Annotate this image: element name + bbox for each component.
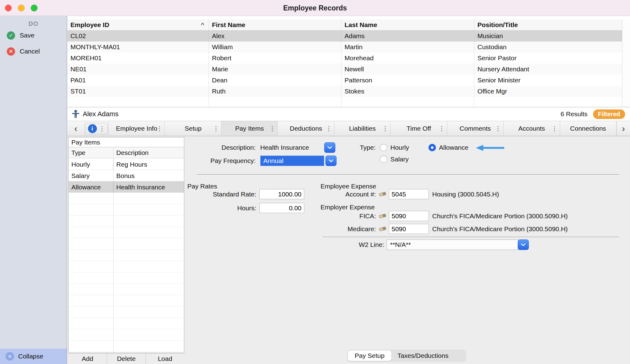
pay-frequency-label: Pay Frequency: bbox=[160, 156, 256, 166]
radio-allowance-label[interactable]: Allowance bbox=[439, 142, 469, 153]
record-bar: Alex Adams 6 Results Filtered bbox=[67, 107, 630, 121]
account-description: Housing (3000.5045.H) bbox=[432, 189, 499, 200]
radio-allowance[interactable] bbox=[429, 144, 436, 151]
account-number-input[interactable] bbox=[389, 189, 429, 199]
record-name: Alex Adams bbox=[83, 110, 118, 118]
sort-ascending-icon[interactable]: ^ bbox=[201, 19, 204, 30]
tab-deductions[interactable]: Deductions ⋮ bbox=[278, 121, 334, 136]
table-row[interactable]: CL02 Alex Adams Musician bbox=[67, 30, 630, 42]
tab-liabilities[interactable]: Liabilities ⋮ bbox=[334, 121, 391, 136]
collapse-label: Collapse bbox=[18, 353, 43, 360]
column-header-first-name[interactable]: First Name bbox=[209, 19, 341, 30]
chevron-down-icon bbox=[327, 146, 332, 149]
table-row[interactable]: ST01 Ruth Stokes Office Mgr bbox=[67, 86, 630, 97]
tab-info[interactable]: i ⋮ bbox=[85, 121, 109, 136]
description-label: Description: bbox=[160, 142, 256, 153]
pay-items-buttons: Add Delete Load bbox=[68, 353, 184, 364]
results-count: 6 Results bbox=[560, 110, 588, 118]
annotation-arrow-icon bbox=[475, 144, 505, 153]
fica-account-input[interactable] bbox=[389, 211, 429, 221]
table-row[interactable]: NE01 Marie Newell Nursery Attendant bbox=[67, 64, 630, 75]
add-button[interactable]: Add bbox=[68, 354, 107, 364]
fica-label: FICA: bbox=[328, 211, 376, 221]
description-value: Health Insurance bbox=[260, 142, 309, 153]
column-header-position[interactable]: Position/Title bbox=[474, 19, 630, 30]
person-icon bbox=[72, 110, 80, 118]
pay-items-content: Pay Items Type Description Hourly Reg Ho… bbox=[67, 136, 630, 364]
save-label: Save bbox=[20, 32, 34, 39]
tab-scroll-right-button[interactable]: › bbox=[616, 121, 630, 136]
collapse-chevrons-icon: « bbox=[6, 352, 14, 361]
table-row[interactable]: MONTHLY-MA01 William Martin Custodian bbox=[67, 42, 630, 53]
cancel-button[interactable]: ✕ Cancel bbox=[0, 43, 67, 59]
table-top-spacer bbox=[67, 16, 630, 19]
medicare-label: Medicare: bbox=[328, 224, 376, 234]
table-row[interactable]: PA01 Dean Patterson Senior Minister bbox=[67, 75, 630, 86]
sidebar-header: DO bbox=[0, 16, 67, 27]
hours-input[interactable] bbox=[259, 203, 304, 213]
column-header-last-name[interactable]: Last Name bbox=[341, 19, 474, 30]
chevron-down-icon bbox=[329, 159, 333, 163]
tab-bar: ‹ i ⋮ Employee Info ⋮ Setup ⋮ Pay Items … bbox=[67, 121, 630, 136]
tab-menu-icon[interactable]: ⋮ bbox=[326, 125, 332, 132]
tab-menu-icon[interactable]: ⋮ bbox=[495, 125, 501, 132]
pay-frequency-dropdown-button[interactable] bbox=[325, 156, 337, 166]
pay-items-list: Hourly Reg Hours Salary Bonus Allowance … bbox=[69, 159, 184, 353]
tab-menu-icon[interactable]: ⋮ bbox=[552, 125, 558, 132]
radio-salary-label[interactable]: Salary bbox=[390, 154, 409, 164]
tab-menu-icon[interactable]: ⋮ bbox=[269, 125, 275, 132]
standard-rate-input[interactable] bbox=[259, 189, 304, 199]
tab-pay-setup[interactable]: Pay Setup bbox=[348, 350, 391, 361]
table-empty-row bbox=[67, 97, 630, 107]
pay-items-panel: Pay Items Type Description Hourly Reg Ho… bbox=[68, 137, 184, 353]
list-item[interactable]: Salary Bonus bbox=[69, 170, 184, 181]
tab-comments[interactable]: Comments ⋮ bbox=[447, 121, 504, 136]
pay-frequency-select[interactable]: Annual bbox=[260, 156, 324, 166]
list-item[interactable]: Allowance Health Insurance bbox=[69, 181, 184, 193]
check-icon: ✓ bbox=[7, 31, 15, 40]
tab-menu-icon[interactable]: ⋮ bbox=[99, 125, 105, 132]
account-lookup-icon[interactable] bbox=[379, 213, 387, 220]
section-divider bbox=[197, 174, 619, 175]
tab-connections[interactable]: Connections bbox=[560, 121, 616, 136]
fica-account-description: Church's FICA/Medicare Portion (3000.509… bbox=[432, 211, 568, 221]
section-divider bbox=[322, 237, 619, 237]
radio-hourly-label[interactable]: Hourly bbox=[390, 142, 409, 153]
tab-setup[interactable]: Setup ⋮ bbox=[165, 121, 221, 136]
tab-time-off[interactable]: Time Off ⋮ bbox=[391, 121, 447, 136]
delete-button[interactable]: Delete bbox=[107, 354, 146, 364]
column-header-employee-id[interactable]: Employee ID ^ bbox=[67, 19, 209, 30]
load-button[interactable]: Load bbox=[146, 354, 184, 364]
medicare-account-input[interactable] bbox=[389, 224, 429, 234]
tab-menu-icon[interactable]: ⋮ bbox=[156, 125, 162, 132]
tab-employee-info[interactable]: Employee Info ⋮ bbox=[109, 121, 165, 136]
tab-pay-items[interactable]: Pay Items ⋮ bbox=[221, 121, 278, 136]
tab-menu-icon[interactable]: ⋮ bbox=[439, 125, 445, 132]
filtered-badge[interactable]: Filtered bbox=[593, 109, 625, 119]
account-lookup-icon[interactable] bbox=[379, 226, 387, 233]
tab-scroll-left-button[interactable]: ‹ bbox=[67, 121, 85, 136]
x-icon: ✕ bbox=[7, 47, 15, 56]
description-dropdown-button[interactable] bbox=[324, 142, 335, 153]
table-scrollbar[interactable] bbox=[622, 19, 630, 107]
save-button[interactable]: ✓ Save bbox=[0, 27, 67, 43]
sidebar: DO ✓ Save ✕ Cancel « Collapse bbox=[0, 16, 67, 364]
tab-menu-icon[interactable]: ⋮ bbox=[213, 125, 219, 132]
cancel-label: Cancel bbox=[20, 48, 40, 55]
chevron-left-icon: ‹ bbox=[74, 123, 78, 134]
bottom-segmented-control: Pay Setup Taxes/Deductions bbox=[347, 350, 466, 362]
tab-accounts[interactable]: Accounts ⋮ bbox=[504, 121, 560, 136]
w2-line-dropdown-button[interactable] bbox=[518, 239, 529, 250]
info-icon: i bbox=[88, 124, 97, 133]
table-row[interactable]: MOREH01 Robert Morehead Senior Pastor bbox=[67, 53, 630, 64]
tab-taxes-deductions[interactable]: Taxes/Deductions bbox=[391, 352, 455, 359]
account-lookup-icon[interactable] bbox=[379, 191, 387, 199]
standard-rate-label: Standard Rate: bbox=[175, 189, 256, 200]
chevron-down-icon bbox=[521, 243, 526, 247]
w2-line-select[interactable]: **N/A** bbox=[387, 239, 518, 250]
radio-hourly[interactable] bbox=[380, 144, 387, 151]
tab-menu-icon[interactable]: ⋮ bbox=[382, 125, 388, 132]
radio-salary[interactable] bbox=[380, 156, 387, 163]
column-header-type[interactable]: Type bbox=[69, 147, 113, 158]
collapse-button[interactable]: « Collapse bbox=[0, 349, 67, 364]
